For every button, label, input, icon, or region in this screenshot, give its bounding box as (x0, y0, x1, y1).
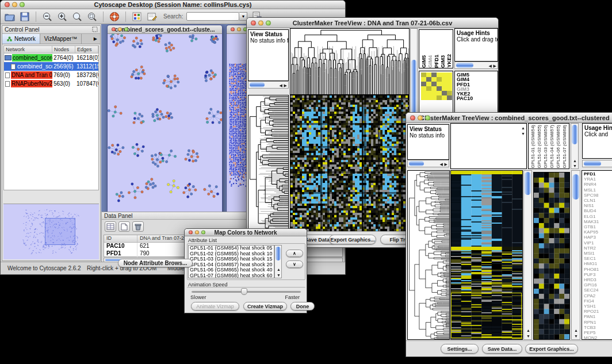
matrix-cell[interactable] (421, 72, 426, 77)
matrix-cell[interactable] (437, 72, 442, 77)
window-controls[interactable] (410, 115, 430, 120)
tv1-heatmap[interactable] (290, 95, 409, 232)
tv1-column-label[interactable]: GIM3 (440, 55, 446, 68)
matrix-cell[interactable] (421, 95, 426, 100)
tv2-zoom-heatmap-panel[interactable] (533, 172, 570, 340)
network-row[interactable]: DNA and Tran 07769(0)183728(0) (4, 71, 98, 79)
gene-label[interactable]: SPC98 (584, 193, 612, 198)
attribute-grid-icon[interactable] (105, 221, 116, 232)
tv2-zoom-heatmap[interactable] (534, 173, 569, 339)
gene-label[interactable]: ELG1 (584, 214, 612, 219)
gene-label[interactable]: BUD4 (584, 208, 612, 213)
network-row[interactable]: RNAPuberNov2+563(0)107847(0) (4, 79, 98, 88)
matrix-cell[interactable] (447, 72, 452, 77)
new-attribute-icon[interactable] (118, 221, 130, 232)
gene-label[interactable]: YSH1 (584, 304, 612, 309)
save-icon[interactable] (19, 11, 30, 22)
matrix-cell[interactable] (426, 86, 431, 91)
matrix-cell[interactable] (431, 72, 437, 77)
delete-attribute-icon[interactable] (132, 221, 144, 232)
move-up-button[interactable]: ∧ (286, 250, 303, 257)
matrix-cell[interactable] (426, 72, 431, 77)
gene-label[interactable]: SEC24 (584, 288, 612, 293)
tv2-column-label[interactable]: GPL51-03 (GSM856) (543, 125, 548, 168)
matrix-cell[interactable] (426, 77, 431, 82)
tab-overflow-arrow[interactable]: ▶ (91, 34, 100, 44)
tv2-heatmap-panel[interactable] (450, 170, 523, 340)
tv2-heatmap[interactable] (451, 171, 522, 339)
matrix-cell[interactable] (442, 72, 447, 77)
matrix-cell[interactable] (437, 77, 442, 82)
window-controls[interactable] (251, 20, 271, 25)
tv2-status-hscrollbar[interactable]: ◀ ▶ (407, 160, 449, 167)
matrix-cell[interactable] (431, 82, 437, 86)
gene-label[interactable]: YRA1 (584, 177, 612, 182)
speed-slider-thumb[interactable] (241, 288, 247, 295)
scroll-right-icon[interactable]: ▶ (284, 83, 287, 87)
cytoscape-titlebar[interactable]: Cytoscape Desktop (Session Name: collins… (1, 1, 345, 9)
network-window-1[interactable]: combined_scores_good.txt--cluste... (107, 25, 223, 212)
search-input[interactable] (186, 12, 239, 21)
float-panel-icon[interactable] (92, 26, 98, 33)
matrix-cell[interactable] (442, 77, 447, 82)
matrix-cell[interactable] (421, 86, 426, 91)
matrix-cell[interactable] (437, 95, 442, 100)
matrix-cell[interactable] (442, 91, 447, 95)
matrix-cell[interactable] (431, 86, 437, 91)
create-vizmap-button[interactable]: Create Vizmap (243, 302, 287, 311)
tv2-row-dendrogram[interactable] (408, 171, 449, 339)
network-window-1-titlebar[interactable]: combined_scores_good.txt--cluste... (108, 25, 222, 34)
matrix-cell[interactable] (447, 91, 452, 95)
gene-label[interactable]: KAP95 (584, 229, 612, 235)
tv2-column-label[interactable]: GPL51-04 (GSM857) (549, 125, 554, 168)
matrix-cell[interactable] (447, 77, 452, 82)
scroll-up-icon[interactable]: ▲ (573, 159, 577, 163)
scroll-down-icon[interactable]: ▼ (521, 132, 525, 136)
tv1-column-dendrogram-panel[interactable] (290, 28, 410, 95)
gene-label[interactable]: CLN1 (584, 198, 612, 203)
attribute-list[interactable]: GPL51-01 (GSM854) heat shock 05 minGPL51… (188, 245, 274, 278)
matrix-cell[interactable] (421, 77, 426, 82)
tv1-column-label[interactable]: YKE2 (446, 54, 452, 68)
scroll-left-icon[interactable]: ◀ (280, 83, 282, 87)
treeview2-titlebar[interactable]: ClusterMaker TreeView : combined_scores_… (406, 113, 612, 123)
network-overview-canvas[interactable] (3, 204, 99, 259)
vizmapper-palette-icon[interactable] (131, 11, 143, 22)
gene-label[interactable]: RPN1 (584, 320, 612, 325)
gene-label[interactable]: HAP3 (584, 235, 612, 240)
save-data-button[interactable]: Save Data... (482, 344, 522, 354)
annotation-icon[interactable] (146, 11, 158, 22)
tv2-row-dendrogram-panel[interactable] (407, 170, 450, 340)
gene-label[interactable]: RNR4 (584, 182, 612, 187)
gene-label[interactable]: PHO81 (584, 267, 612, 272)
matrix-cell[interactable] (447, 95, 452, 100)
tv2-collabel-vscrollbar[interactable]: ▲ ▼ (571, 123, 579, 169)
open-folder-icon[interactable] (4, 11, 16, 22)
matrix-cell[interactable] (431, 95, 437, 100)
gene-label[interactable]: MSI1 (584, 251, 612, 256)
network-overview-panel[interactable] (3, 204, 99, 259)
window-controls[interactable] (112, 28, 128, 32)
matrix-cell[interactable] (421, 91, 426, 95)
gene-label[interactable]: CPA2 (584, 293, 612, 298)
tv2-column-label[interactable]: GPL51-07 (GSM868) (562, 125, 567, 168)
gene-label[interactable]: PUF3 (584, 272, 612, 277)
scroll-down-icon[interactable]: ▼ (277, 273, 281, 277)
tv2-column-label[interactable]: GPL51-06 (GSM865) (556, 125, 561, 168)
matrix-cell[interactable] (421, 82, 426, 86)
network-row[interactable]: combined_sco2569(6)13112(15) (4, 62, 98, 71)
scroll-up-icon[interactable]: ▲ (521, 126, 525, 130)
tv2-column-label[interactable]: GPL51-01 (GSM854) (530, 125, 536, 168)
scroll-up-icon[interactable]: ▲ (277, 267, 281, 271)
tv1-column-label[interactable]: GIM5 (421, 55, 427, 68)
matrix-cell[interactable] (426, 95, 431, 100)
zoom-in-icon[interactable] (56, 11, 68, 22)
tv1-status-hscrollbar[interactable]: ◀ ▶ (248, 81, 289, 89)
scroll-right-icon[interactable]: ▶ (445, 162, 447, 166)
matrix-cell[interactable] (442, 95, 447, 100)
zoom-fit-icon[interactable] (71, 11, 83, 22)
tv2-zoom-vscrollbar[interactable]: ▲ ▼ (571, 170, 580, 340)
gene-label[interactable]: MON2 (584, 335, 612, 340)
gene-label[interactable]: HMG1 (584, 261, 612, 266)
scroll-left-icon[interactable]: ◀ (489, 64, 492, 68)
